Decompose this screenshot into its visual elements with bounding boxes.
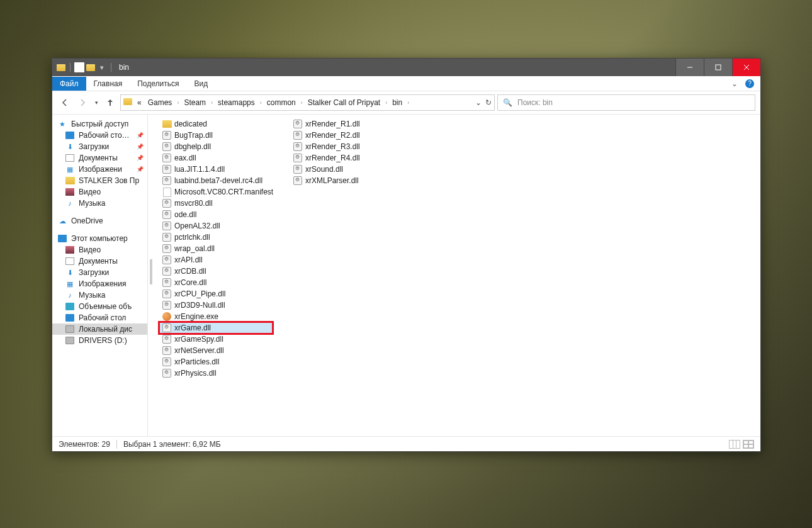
file-item[interactable]: wrap_oal.dll xyxy=(159,243,273,254)
help-icon[interactable]: ? xyxy=(745,79,754,88)
file-item[interactable]: xrSound.dll xyxy=(290,164,403,175)
details-view-button[interactable] xyxy=(729,440,740,449)
file-item[interactable]: xrEngine.exe xyxy=(159,311,273,322)
chevron-right-icon[interactable]: › xyxy=(300,99,304,106)
nav-item[interactable]: Видео xyxy=(52,186,147,198)
nav-onedrive[interactable]: ☁OneDrive xyxy=(52,215,147,227)
nav-item[interactable]: Видео xyxy=(52,244,147,256)
nav-item-label: STALKER Зов Пр xyxy=(79,176,139,185)
file-item[interactable]: luabind.beta7-devel.rc4.dll xyxy=(159,175,273,186)
crumb-bin[interactable]: bin xyxy=(390,97,405,108)
file-item[interactable]: xrCPU_Pipe.dll xyxy=(159,288,273,300)
address-dropdown-icon[interactable]: ⌄ xyxy=(475,98,482,107)
tab-share[interactable]: Поделиться xyxy=(130,77,186,91)
nav-item[interactable]: Документы xyxy=(52,256,147,267)
splitter[interactable] xyxy=(148,115,154,436)
nav-item[interactable]: ♪Музыка xyxy=(52,289,147,301)
nav-item[interactable]: STALKER Зов Пр xyxy=(52,175,147,186)
chevron-right-icon[interactable]: › xyxy=(259,99,263,106)
properties-icon[interactable]: ✎ xyxy=(74,62,84,72)
file-type-icon xyxy=(162,300,172,310)
navigation-pane[interactable]: ★Быстрый доступРабочий сто…📌⬇Загрузки📌До… xyxy=(52,115,148,436)
file-item[interactable]: Microsoft.VC80.CRT.manifest xyxy=(159,186,273,198)
title-bar[interactable]: ✎ ▾ bin xyxy=(52,59,760,76)
crumb-common[interactable]: common xyxy=(264,97,298,108)
nav-item[interactable]: DRIVERS (D:) xyxy=(52,335,147,346)
file-item[interactable]: dedicated xyxy=(159,118,273,130)
file-item[interactable]: eax.dll xyxy=(159,152,273,164)
nav-item[interactable]: Рабочий сто…📌 xyxy=(52,130,147,141)
file-item[interactable]: xrRender_R1.dll xyxy=(290,118,403,130)
file-item[interactable]: xrRender_R4.dll xyxy=(290,152,403,164)
nav-item[interactable]: ▦Изображения xyxy=(52,278,147,289)
file-item[interactable]: xrGameSpy.dll xyxy=(159,334,273,345)
file-item[interactable]: OpenAL32.dll xyxy=(159,220,273,232)
file-list[interactable]: dedicatedBugTrap.dlldbghelp.dlleax.dlllu… xyxy=(154,115,760,436)
nav-item-icon: ⬇ xyxy=(65,142,75,151)
file-item[interactable]: xrCore.dll xyxy=(159,277,273,288)
file-item[interactable]: ode.dll xyxy=(159,209,273,220)
file-item[interactable]: xrParticles.dll xyxy=(159,356,273,368)
crumb-prefix[interactable]: « xyxy=(135,97,144,108)
history-dropdown-icon[interactable]: ▾ xyxy=(93,95,100,110)
nav-item-label: Рабочий стол xyxy=(79,313,126,322)
new-folder-icon[interactable] xyxy=(86,62,96,72)
tab-view[interactable]: Вид xyxy=(186,77,215,91)
forward-button[interactable] xyxy=(75,95,90,110)
nav-item[interactable]: ▦Изображени📌 xyxy=(52,164,147,175)
file-item[interactable]: msvcr80.dll xyxy=(159,198,273,209)
window-title: bin xyxy=(119,63,129,72)
refresh-icon[interactable]: ↻ xyxy=(485,98,492,107)
chevron-right-icon[interactable]: › xyxy=(384,99,388,106)
file-item[interactable]: xrAPI.dll xyxy=(159,254,273,266)
nav-item[interactable]: Объемные объ xyxy=(52,301,147,312)
file-item[interactable]: xrGame.dll xyxy=(159,322,273,334)
nav-item[interactable]: Документы📌 xyxy=(52,152,147,164)
file-item[interactable]: dbghelp.dll xyxy=(159,141,273,152)
address-bar[interactable]: « Games› Steam› steamapps› common› Stalk… xyxy=(120,94,495,111)
nav-quick-access[interactable]: ★Быстрый доступ xyxy=(52,118,147,130)
file-item[interactable]: xrPhysics.dll xyxy=(159,368,273,379)
nav-item[interactable]: ⬇Загрузки xyxy=(52,267,147,278)
nav-item-label: Документы xyxy=(79,257,118,266)
maximize-button[interactable] xyxy=(704,59,732,76)
file-item[interactable]: pctrlchk.dll xyxy=(159,232,273,243)
nav-item-icon xyxy=(65,188,75,196)
crumb-game[interactable]: Stalker Call of Pripyat xyxy=(305,97,383,108)
chevron-right-icon[interactable]: › xyxy=(176,99,180,106)
file-item[interactable]: xrRender_R2.dll xyxy=(290,130,403,141)
nav-item[interactable]: ⬇Загрузки📌 xyxy=(52,141,147,152)
file-item[interactable]: xrD3D9-Null.dll xyxy=(159,300,273,311)
file-item[interactable]: BugTrap.dll xyxy=(159,130,273,141)
nav-item[interactable]: Локальный дис xyxy=(52,323,147,335)
minimize-button[interactable] xyxy=(675,59,704,76)
search-input[interactable]: 🔍 Поиск: bin xyxy=(497,94,755,111)
folder-icon xyxy=(56,62,66,72)
nav-item-label: Изображени xyxy=(79,165,122,174)
tab-file[interactable]: Файл xyxy=(52,77,86,91)
nav-item[interactable]: Рабочий стол xyxy=(52,312,147,323)
nav-this-pc[interactable]: Этот компьютер xyxy=(52,233,147,244)
qat-dropdown-icon[interactable]: ▾ xyxy=(97,62,107,72)
file-item[interactable]: xrNetServer.dll xyxy=(159,345,273,356)
crumb-steam[interactable]: Steam xyxy=(181,97,208,108)
ribbon-expand-icon[interactable]: ⌄ xyxy=(726,79,743,88)
chevron-right-icon[interactable]: › xyxy=(406,99,410,106)
up-button[interactable] xyxy=(103,95,118,110)
file-item[interactable]: xrXMLParser.dll xyxy=(290,175,403,186)
chevron-right-icon[interactable]: › xyxy=(210,99,214,106)
close-button[interactable] xyxy=(732,59,760,76)
file-item[interactable]: xrCDB.dll xyxy=(159,266,273,277)
icons-view-button[interactable] xyxy=(743,440,754,449)
file-type-icon xyxy=(293,164,303,174)
file-type-icon xyxy=(162,266,172,276)
nav-item[interactable]: ♪Музыка xyxy=(52,198,147,209)
tab-home[interactable]: Главная xyxy=(86,77,130,91)
back-button[interactable] xyxy=(57,95,72,110)
nav-item-icon xyxy=(65,336,75,345)
crumb-games[interactable]: Games xyxy=(145,97,175,108)
file-type-icon xyxy=(162,278,172,288)
file-item[interactable]: lua.JIT.1.1.4.dll xyxy=(159,164,273,175)
file-item[interactable]: xrRender_R3.dll xyxy=(290,141,403,152)
crumb-steamapps[interactable]: steamapps xyxy=(215,97,257,108)
